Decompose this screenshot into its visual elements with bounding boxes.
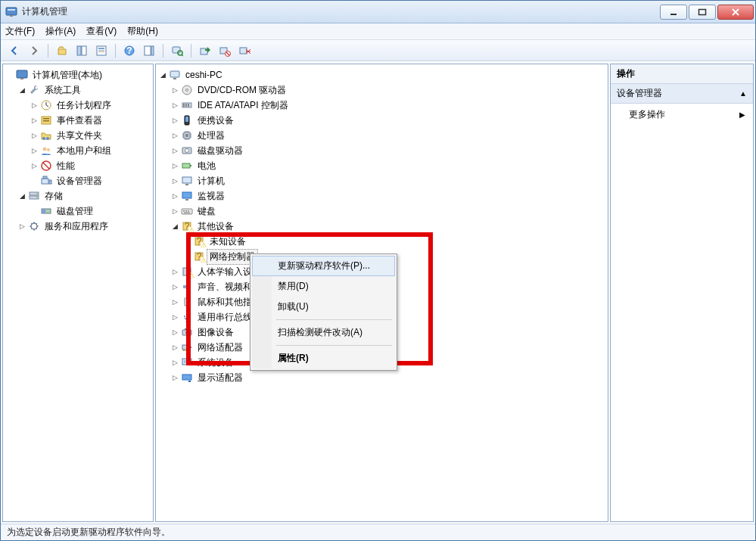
svg-rect-81 <box>183 350 185 351</box>
svg-rect-85 <box>182 375 191 380</box>
tree-node-other-devices[interactable]: ?其他设备 <box>171 219 606 234</box>
show-hide-tree-button[interactable] <box>73 42 91 59</box>
expander-icon[interactable] <box>171 298 179 306</box>
cm-disable[interactable]: 禁用(D) <box>252 276 395 297</box>
node-label: DVD/CD-ROM 驱动器 <box>194 82 289 98</box>
svg-rect-2 <box>10 15 13 17</box>
tree-node-unknown-device[interactable]: ?未知设备 <box>183 234 606 249</box>
tree-node-ide[interactable]: IDE ATA/ATAPI 控制器 <box>171 98 606 113</box>
expander-icon[interactable] <box>171 101 179 110</box>
expander-icon[interactable] <box>171 374 179 382</box>
cm-scan[interactable]: 扫描检测硬件改动(A) <box>252 322 395 343</box>
tree-node-keyboard[interactable]: 键盘 <box>171 204 606 219</box>
expander-icon[interactable] <box>30 132 39 140</box>
disable-button[interactable] <box>216 42 234 59</box>
cm-properties[interactable]: 属性(R) <box>252 348 395 368</box>
help-button[interactable]: ? <box>120 42 138 59</box>
forward-button[interactable] <box>25 42 43 59</box>
minimize-button[interactable] <box>660 5 687 20</box>
close-button[interactable] <box>717 5 754 20</box>
svg-point-37 <box>36 193 38 194</box>
computer-mgmt-icon <box>16 69 28 81</box>
scan-hw-button[interactable] <box>168 42 186 59</box>
expander-icon[interactable] <box>30 147 39 155</box>
expander-icon[interactable] <box>171 132 179 140</box>
menu-file[interactable]: 文件(F) <box>5 25 35 38</box>
tree-node-dvd[interactable]: DVD/CD-ROM 驱动器 <box>171 82 606 98</box>
tree-node-local-users[interactable]: 本地用户和组 <box>30 143 151 158</box>
expander-icon[interactable] <box>30 162 39 170</box>
expander-icon[interactable] <box>171 313 179 322</box>
svg-rect-22 <box>20 78 23 79</box>
expander-icon[interactable] <box>171 344 179 352</box>
svg-point-27 <box>42 137 45 140</box>
expander-icon[interactable] <box>171 328 179 337</box>
tree-node-system-tools[interactable]: 系统工具 <box>18 82 151 98</box>
expander-icon[interactable] <box>18 86 26 95</box>
actions-section[interactable]: 设备管理器 ▲ <box>611 84 753 104</box>
tree-node-storage[interactable]: 存储 <box>18 188 151 204</box>
cm-uninstall[interactable]: 卸载(U) <box>252 297 395 317</box>
menu-action[interactable]: 操作(A) <box>45 25 76 38</box>
menu-view[interactable]: 查看(V) <box>86 25 117 38</box>
uninstall-button[interactable] <box>235 42 254 59</box>
ide-icon <box>181 99 193 111</box>
toolbar-sep <box>48 44 48 58</box>
svg-rect-26 <box>43 120 49 122</box>
tree-node-performance[interactable]: 性能 <box>30 158 151 173</box>
expander-icon[interactable] <box>30 101 39 110</box>
expander-icon[interactable] <box>159 71 167 79</box>
cm-label: 更新驱动程序软件(P)... <box>278 260 370 271</box>
svg-rect-50 <box>188 104 189 107</box>
expander-icon[interactable] <box>171 283 179 291</box>
update-driver-button[interactable] <box>196 42 214 59</box>
expander-icon[interactable] <box>171 359 179 367</box>
node-label: 便携设备 <box>194 113 237 129</box>
tree-node-root[interactable]: 计算机管理(本地) <box>6 67 151 82</box>
expander-icon[interactable] <box>30 117 39 125</box>
tree-node-event-viewer[interactable]: 事件查看器 <box>30 113 151 128</box>
cm-separator <box>276 345 392 346</box>
expander-icon[interactable] <box>171 207 179 216</box>
expander-icon[interactable] <box>171 222 179 231</box>
tree-node-processor[interactable]: 处理器 <box>171 128 606 143</box>
maximize-button[interactable] <box>689 5 716 20</box>
expander-icon[interactable] <box>171 147 179 155</box>
cm-update-driver[interactable]: 更新驱动程序软件(P)... <box>252 256 395 276</box>
tree-node-services[interactable]: 服务和应用程序 <box>18 219 151 234</box>
tree-node-task-scheduler[interactable]: 任务计划程序 <box>30 98 151 113</box>
action-pane-button[interactable] <box>140 42 158 59</box>
expander-icon[interactable] <box>171 117 179 125</box>
expander-icon[interactable] <box>171 86 179 95</box>
tree-node-pc-root[interactable]: ceshi-PC <box>159 67 606 82</box>
tree-node-shared-folders[interactable]: 共享文件夹 <box>30 128 151 143</box>
back-button[interactable] <box>5 42 23 59</box>
tree-node-disk-mgmt[interactable]: 磁盘管理 <box>30 204 151 219</box>
svg-point-56 <box>185 149 189 153</box>
expander-icon[interactable] <box>18 222 26 231</box>
expander-icon[interactable] <box>171 177 179 185</box>
tree-node-monitor[interactable]: 监视器 <box>171 188 606 204</box>
expander-icon[interactable] <box>171 162 179 170</box>
tree-node-disk-drives[interactable]: 磁盘驱动器 <box>171 143 606 158</box>
svg-rect-32 <box>42 179 48 184</box>
expander-icon[interactable] <box>18 192 26 201</box>
display-adapter-icon <box>181 372 193 384</box>
actions-more[interactable]: 更多操作 ▶ <box>611 104 753 126</box>
tree-node-display-adapters[interactable]: 显示适配器 <box>171 370 606 385</box>
properties-button[interactable] <box>92 42 110 59</box>
expander-icon[interactable] <box>171 268 179 276</box>
tree-node-computer[interactable]: 计算机 <box>171 173 606 188</box>
menu-help[interactable]: 帮助(H) <box>127 25 158 38</box>
expander-icon[interactable] <box>171 192 179 201</box>
hid-icon <box>181 266 193 278</box>
tree-node-device-manager[interactable]: 设备管理器 <box>30 173 151 188</box>
up-button[interactable] <box>53 42 71 59</box>
actions-header: 操作 <box>611 64 753 84</box>
left-tree-pane[interactable]: 计算机管理(本地) 系统工具 任务计划程序 事件查看器 <box>2 64 154 522</box>
computer-icon <box>181 175 193 187</box>
center-pane[interactable]: ceshi-PC DVD/CD-ROM 驱动器 IDE ATA/ATAPI 控制… <box>155 64 608 522</box>
tree-node-battery[interactable]: 电池 <box>171 158 606 173</box>
tree-node-portable[interactable]: 便携设备 <box>171 113 606 128</box>
statusbar: 为选定设备启动更新驱动程序软件向导。 <box>1 524 755 540</box>
